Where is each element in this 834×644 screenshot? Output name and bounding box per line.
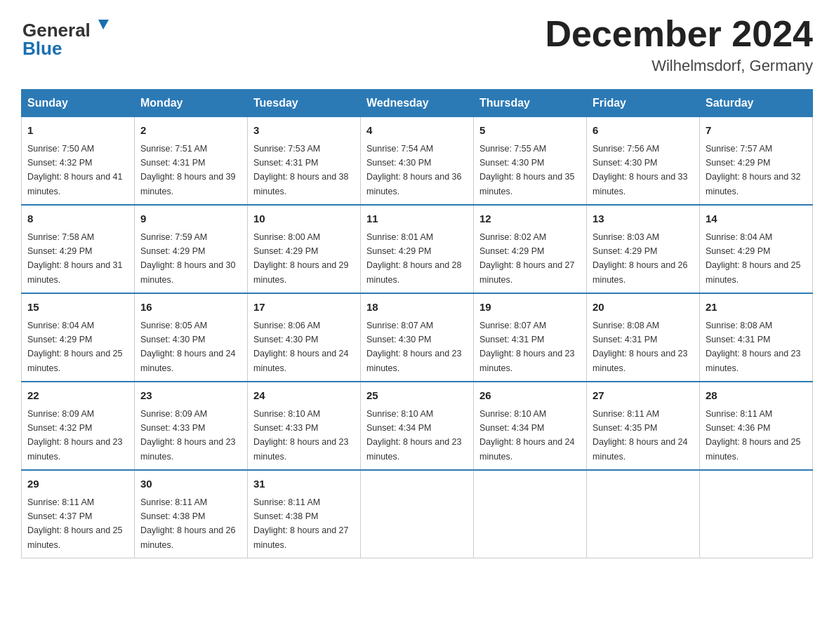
calendar-cell: [587, 470, 700, 558]
day-number: 24: [253, 388, 355, 404]
day-number: 25: [366, 388, 468, 404]
svg-text:Blue: Blue: [22, 38, 62, 59]
day-info: Sunrise: 8:01 AMSunset: 4:29 PMDaylight:…: [366, 232, 462, 285]
day-info: Sunrise: 8:00 AMSunset: 4:29 PMDaylight:…: [253, 232, 349, 285]
day-info: Sunrise: 8:11 AMSunset: 4:36 PMDaylight:…: [706, 409, 801, 462]
day-number: 9: [140, 211, 241, 227]
day-info: Sunrise: 8:08 AMSunset: 4:31 PMDaylight:…: [706, 321, 801, 373]
logo: General Blue: [21, 14, 112, 60]
day-info: Sunrise: 8:06 AMSunset: 4:30 PMDaylight:…: [253, 321, 349, 373]
title-block: December 2024 Wilhelmsdorf, Germany: [545, 14, 813, 75]
day-number: 18: [366, 300, 468, 316]
day-number: 30: [140, 476, 241, 492]
day-info: Sunrise: 8:03 AMSunset: 4:29 PMDaylight:…: [593, 232, 688, 285]
day-number: 19: [479, 300, 581, 316]
day-number: 5: [479, 123, 581, 139]
calendar-cell: [700, 470, 813, 558]
calendar-cell: 7 Sunrise: 7:57 AMSunset: 4:29 PMDayligh…: [700, 117, 813, 206]
day-number: 11: [366, 211, 468, 227]
calendar-cell: 14 Sunrise: 8:04 AMSunset: 4:29 PMDaylig…: [700, 205, 813, 293]
col-header-tuesday: Tuesday: [248, 90, 361, 117]
calendar-cell: 31 Sunrise: 8:11 AMSunset: 4:38 PMDaylig…: [248, 470, 361, 558]
day-info: Sunrise: 8:05 AMSunset: 4:30 PMDaylight:…: [140, 321, 236, 373]
day-info: Sunrise: 7:50 AMSunset: 4:32 PMDaylight:…: [27, 144, 123, 196]
calendar-week-4: 22 Sunrise: 8:09 AMSunset: 4:32 PMDaylig…: [22, 382, 813, 470]
calendar-week-3: 15 Sunrise: 8:04 AMSunset: 4:29 PMDaylig…: [22, 293, 813, 382]
col-header-sunday: Sunday: [22, 90, 135, 117]
day-number: 15: [27, 300, 128, 316]
day-info: Sunrise: 8:10 AMSunset: 4:34 PMDaylight:…: [479, 409, 575, 462]
day-number: 2: [140, 123, 241, 139]
day-info: Sunrise: 7:58 AMSunset: 4:29 PMDaylight:…: [27, 232, 123, 285]
svg-marker-1: [98, 20, 109, 29]
day-number: 29: [27, 476, 128, 492]
calendar-cell: 25 Sunrise: 8:10 AMSunset: 4:34 PMDaylig…: [361, 382, 474, 470]
day-info: Sunrise: 8:11 AMSunset: 4:37 PMDaylight:…: [27, 497, 123, 550]
day-number: 31: [253, 476, 355, 492]
month-title: December 2024: [545, 14, 813, 54]
calendar-cell: 18 Sunrise: 8:07 AMSunset: 4:30 PMDaylig…: [361, 293, 474, 382]
day-info: Sunrise: 8:02 AMSunset: 4:29 PMDaylight:…: [479, 232, 575, 285]
calendar-cell: 1 Sunrise: 7:50 AMSunset: 4:32 PMDayligh…: [22, 117, 135, 206]
calendar-cell: 23 Sunrise: 8:09 AMSunset: 4:33 PMDaylig…: [135, 382, 248, 470]
day-info: Sunrise: 7:53 AMSunset: 4:31 PMDaylight:…: [253, 144, 349, 196]
day-info: Sunrise: 7:56 AMSunset: 4:30 PMDaylight:…: [593, 144, 688, 196]
calendar-table: SundayMondayTuesdayWednesdayThursdayFrid…: [21, 89, 813, 558]
calendar-cell: 3 Sunrise: 7:53 AMSunset: 4:31 PMDayligh…: [248, 117, 361, 206]
day-info: Sunrise: 8:11 AMSunset: 4:38 PMDaylight:…: [140, 497, 236, 550]
col-header-thursday: Thursday: [474, 90, 587, 117]
day-number: 14: [706, 211, 807, 227]
day-number: 20: [593, 300, 694, 316]
calendar-week-1: 1 Sunrise: 7:50 AMSunset: 4:32 PMDayligh…: [22, 117, 813, 206]
day-info: Sunrise: 8:11 AMSunset: 4:35 PMDaylight:…: [593, 409, 688, 462]
calendar-cell: [474, 470, 587, 558]
day-number: 6: [593, 123, 694, 139]
day-number: 27: [593, 388, 694, 404]
day-number: 26: [479, 388, 581, 404]
calendar-cell: 9 Sunrise: 7:59 AMSunset: 4:29 PMDayligh…: [135, 205, 248, 293]
day-info: Sunrise: 8:10 AMSunset: 4:34 PMDaylight:…: [366, 409, 462, 462]
calendar-cell: 17 Sunrise: 8:06 AMSunset: 4:30 PMDaylig…: [248, 293, 361, 382]
day-info: Sunrise: 8:07 AMSunset: 4:31 PMDaylight:…: [479, 321, 575, 373]
calendar-cell: 26 Sunrise: 8:10 AMSunset: 4:34 PMDaylig…: [474, 382, 587, 470]
day-info: Sunrise: 8:04 AMSunset: 4:29 PMDaylight:…: [27, 321, 123, 373]
calendar-cell: 19 Sunrise: 8:07 AMSunset: 4:31 PMDaylig…: [474, 293, 587, 382]
day-number: 21: [706, 300, 807, 316]
day-info: Sunrise: 8:04 AMSunset: 4:29 PMDaylight:…: [706, 232, 801, 285]
day-info: Sunrise: 8:11 AMSunset: 4:38 PMDaylight:…: [253, 497, 349, 550]
day-info: Sunrise: 7:59 AMSunset: 4:29 PMDaylight:…: [140, 232, 236, 285]
day-number: 8: [27, 211, 128, 227]
logo-svg: General Blue: [21, 14, 112, 60]
day-number: 16: [140, 300, 241, 316]
day-number: 22: [27, 388, 128, 404]
day-number: 13: [593, 211, 694, 227]
calendar-cell: 4 Sunrise: 7:54 AMSunset: 4:30 PMDayligh…: [361, 117, 474, 206]
day-info: Sunrise: 8:10 AMSunset: 4:33 PMDaylight:…: [253, 409, 349, 462]
calendar-cell: 28 Sunrise: 8:11 AMSunset: 4:36 PMDaylig…: [700, 382, 813, 470]
col-header-friday: Friday: [587, 90, 700, 117]
calendar-cell: 24 Sunrise: 8:10 AMSunset: 4:33 PMDaylig…: [248, 382, 361, 470]
page-header: General Blue December 2024 Wilhelmsdorf,…: [21, 14, 813, 75]
calendar-cell: 12 Sunrise: 8:02 AMSunset: 4:29 PMDaylig…: [474, 205, 587, 293]
calendar-cell: 13 Sunrise: 8:03 AMSunset: 4:29 PMDaylig…: [587, 205, 700, 293]
col-header-monday: Monday: [135, 90, 248, 117]
calendar-cell: 8 Sunrise: 7:58 AMSunset: 4:29 PMDayligh…: [22, 205, 135, 293]
day-number: 3: [253, 123, 355, 139]
calendar-cell: 27 Sunrise: 8:11 AMSunset: 4:35 PMDaylig…: [587, 382, 700, 470]
day-info: Sunrise: 7:54 AMSunset: 4:30 PMDaylight:…: [366, 144, 462, 196]
day-info: Sunrise: 8:09 AMSunset: 4:33 PMDaylight:…: [140, 409, 236, 462]
calendar-week-2: 8 Sunrise: 7:58 AMSunset: 4:29 PMDayligh…: [22, 205, 813, 293]
calendar-cell: [361, 470, 474, 558]
calendar-cell: 21 Sunrise: 8:08 AMSunset: 4:31 PMDaylig…: [700, 293, 813, 382]
calendar-cell: 6 Sunrise: 7:56 AMSunset: 4:30 PMDayligh…: [587, 117, 700, 206]
col-header-saturday: Saturday: [700, 90, 813, 117]
calendar-cell: 30 Sunrise: 8:11 AMSunset: 4:38 PMDaylig…: [135, 470, 248, 558]
day-number: 12: [479, 211, 581, 227]
day-info: Sunrise: 7:51 AMSunset: 4:31 PMDaylight:…: [140, 144, 236, 196]
calendar-cell: 5 Sunrise: 7:55 AMSunset: 4:30 PMDayligh…: [474, 117, 587, 206]
calendar-cell: 20 Sunrise: 8:08 AMSunset: 4:31 PMDaylig…: [587, 293, 700, 382]
day-info: Sunrise: 7:57 AMSunset: 4:29 PMDaylight:…: [706, 144, 801, 196]
calendar-cell: 10 Sunrise: 8:00 AMSunset: 4:29 PMDaylig…: [248, 205, 361, 293]
day-info: Sunrise: 8:08 AMSunset: 4:31 PMDaylight:…: [593, 321, 688, 373]
calendar-cell: 11 Sunrise: 8:01 AMSunset: 4:29 PMDaylig…: [361, 205, 474, 293]
